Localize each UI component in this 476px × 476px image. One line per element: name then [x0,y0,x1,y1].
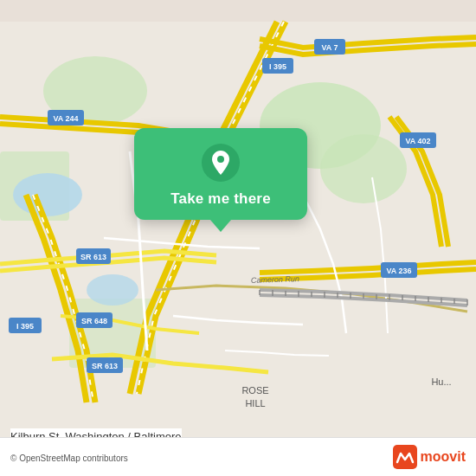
moovit-brand-icon [393,445,417,469]
location-pin-icon [202,144,240,182]
svg-text:I 395: I 395 [269,62,286,71]
svg-text:Hu...: Hu... [431,376,451,387]
svg-text:SR 613: SR 613 [92,362,118,370]
svg-text:VA 236: VA 236 [386,267,411,275]
moovit-logo: moovit [393,445,466,469]
svg-text:HILL: HILL [245,398,265,408]
svg-point-2 [320,134,407,203]
popup-card[interactable]: Take me there [134,128,307,220]
svg-text:Cameron Run: Cameron Run [251,274,299,285]
map-container: VA 7 I 395 VA 244 SR 613 I 395 SR 648 SR… [0,0,476,476]
moovit-brand-name: moovit [421,449,466,465]
svg-rect-32 [393,445,417,469]
svg-text:I 395: I 395 [16,322,34,331]
svg-text:VA 402: VA 402 [405,137,430,145]
svg-text:VA 244: VA 244 [53,114,78,123]
svg-point-6 [13,173,82,216]
svg-point-31 [217,156,224,163]
attribution-label: © OpenStreetMap contributors [10,453,128,463]
svg-text:ROSE: ROSE [241,385,268,396]
take-me-there-button[interactable]: Take me there [170,190,271,208]
bottom-bar: © OpenStreetMap contributors moovit [0,437,476,476]
map-background: VA 7 I 395 VA 244 SR 613 I 395 SR 648 SR… [0,0,476,476]
svg-text:SR 613: SR 613 [80,253,106,261]
svg-text:SR 648: SR 648 [81,317,107,325]
svg-point-7 [87,274,138,306]
svg-text:VA 7: VA 7 [321,43,338,52]
attribution-text: © OpenStreetMap contributors [10,449,128,465]
